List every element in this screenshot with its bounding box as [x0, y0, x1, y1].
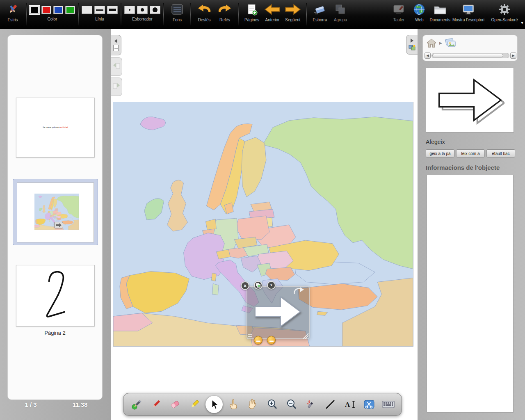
line-thick-button[interactable]: [107, 6, 118, 14]
swatch-fill: [66, 7, 74, 13]
redo-label: Refés: [219, 18, 230, 22]
scroll-left-button[interactable]: ◀: [425, 52, 431, 59]
selected-arrow-object[interactable]: [254, 294, 301, 330]
tool-text-button[interactable]: A: [341, 395, 359, 414]
scroll-right-button[interactable]: ▶: [510, 52, 516, 59]
text-tool-icon: A: [344, 399, 356, 410]
tool-pan-button[interactable]: [244, 395, 262, 414]
undo-label: Desfés: [198, 18, 210, 22]
pictures-folder-icon[interactable]: [445, 38, 457, 48]
large-dot-icon: [153, 7, 158, 12]
group-button[interactable]: Agrupa: [330, 0, 351, 29]
library-sidebar: ▶ ◀ ▶ Afegeix geix a la pà leix com a ef…: [418, 29, 525, 420]
bring-forward-button[interactable]: [267, 336, 276, 345]
color-group: Color: [30, 0, 75, 29]
tool-pen-button[interactable]: [128, 395, 146, 414]
default-background-button[interactable]: efault bac: [486, 149, 515, 158]
color-label: Color: [48, 17, 57, 21]
next-page-tab[interactable]: [111, 78, 122, 96]
previous-arrow-icon: [264, 2, 281, 16]
main-toolbar: Estris Color Línia Esborrador: [0, 0, 525, 29]
pages-button[interactable]: Pàgines: [242, 0, 262, 29]
page-thumbnail-1[interactable]: La meua primera activitat: [16, 98, 95, 158]
app-menu-caret-icon[interactable]: ▾: [521, 20, 523, 25]
page2-thumbnail-page: [17, 183, 94, 242]
monitor-icon: [462, 2, 475, 16]
eraser-small-button[interactable]: [124, 6, 135, 14]
add-as-background-button[interactable]: leix com a: [456, 149, 485, 158]
erase-page-button[interactable]: Esborra: [310, 0, 330, 29]
tool-zoom-out-button[interactable]: [283, 395, 301, 414]
eraser-medium-button[interactable]: [137, 6, 148, 14]
tool-capture-button[interactable]: [360, 395, 378, 414]
tool-keyboard-button[interactable]: [379, 395, 397, 414]
tool-interact-button[interactable]: [224, 395, 242, 414]
color-swatch-red[interactable]: [41, 6, 51, 14]
previous-page-button[interactable]: Anterior: [262, 0, 283, 29]
resize-handle[interactable]: [303, 333, 309, 340]
scrollbar-track[interactable]: [431, 53, 509, 58]
zoom-in-icon: [267, 399, 278, 410]
send-backward-button[interactable]: [254, 336, 262, 345]
tool-zoom-in-button[interactable]: [263, 395, 281, 414]
next-page-button[interactable]: Següent: [283, 0, 303, 29]
previous-page-tab[interactable]: [111, 57, 122, 76]
tool-laser-button[interactable]: [302, 395, 320, 414]
object-menu-button[interactable]: ▼: [267, 281, 276, 290]
collapse-right-panel-tab[interactable]: [406, 35, 418, 55]
page-thumbnail-2-selected[interactable]: [13, 179, 98, 245]
redo-button[interactable]: Refés: [215, 0, 235, 29]
embedded-object-marker-icon: [54, 222, 63, 228]
collapse-left-panel-tab[interactable]: [111, 35, 121, 55]
eraser-large-button[interactable]: [150, 6, 160, 14]
scrollbar-thumb[interactable]: [432, 54, 503, 57]
swatch-fill: [31, 7, 38, 13]
open-hand-icon: [247, 399, 258, 410]
globe-icon: [413, 2, 425, 16]
tools-label: Estris: [8, 18, 18, 22]
background-button[interactable]: Fons: [167, 0, 187, 29]
close-x-icon: ×: [244, 283, 247, 289]
tool-marker-button[interactable]: [147, 395, 165, 414]
undo-icon: [197, 2, 211, 16]
add-to-page-button[interactable]: geix a la pà: [426, 149, 454, 158]
pages-sidebar: La meua primera activitat Pàgina 2 1 / 3…: [0, 29, 111, 420]
toolbar-separator: [306, 3, 307, 25]
board-mode-button[interactable]: Tauler: [388, 0, 409, 29]
small-dot-icon: [129, 9, 130, 11]
show-desktop-button[interactable]: Mostra l'escriptori: [450, 0, 486, 29]
tool-eraser-button[interactable]: [166, 395, 184, 414]
board-canvas[interactable]: × ▼: [111, 29, 418, 420]
medium-dot-icon: [141, 8, 144, 11]
tool-line-button[interactable]: [321, 395, 339, 414]
documents-mode-button[interactable]: Documents: [429, 0, 450, 29]
tool-highlighter-button[interactable]: [185, 395, 203, 414]
rotate-handle[interactable]: [293, 286, 305, 296]
show-desktop-label: Mostra l'escriptori: [452, 18, 484, 22]
group-icon: [335, 2, 346, 16]
color-swatch-green[interactable]: [65, 6, 75, 14]
page-thumbnail-3[interactable]: [16, 265, 95, 326]
tool-selector-button[interactable]: [205, 395, 223, 414]
line-thin-button[interactable]: [82, 6, 92, 14]
color-swatch-blue[interactable]: [53, 6, 63, 14]
tools-button[interactable]: Estris: [2, 0, 23, 29]
arrow-library-item: [436, 74, 504, 126]
pages-label: Pàgines: [244, 18, 259, 22]
layers-icon: [256, 339, 260, 342]
page-thumbnails-panel: La meua primera activitat Pàgina 2: [7, 35, 103, 400]
library-item-preview[interactable]: [426, 68, 514, 132]
web-mode-button[interactable]: Web: [409, 0, 429, 29]
pen-color-icon: [131, 399, 142, 410]
add-section-title: Afegeix: [426, 139, 445, 145]
duplicate-object-button[interactable]: [254, 281, 262, 290]
page1-title-text: La meua primera activitat: [16, 126, 94, 128]
library-breadcrumb-panel: ▶ ◀ ▶: [422, 35, 518, 61]
color-swatch-black[interactable]: [30, 6, 39, 14]
app-menu-button[interactable]: Open-Sankoré: [486, 0, 523, 29]
undo-button[interactable]: Desfés: [194, 0, 215, 29]
delete-object-button[interactable]: ×: [241, 281, 249, 290]
home-icon[interactable]: [426, 38, 437, 48]
handwritten-2-drawing: [41, 269, 70, 323]
line-medium-button[interactable]: [94, 6, 105, 14]
